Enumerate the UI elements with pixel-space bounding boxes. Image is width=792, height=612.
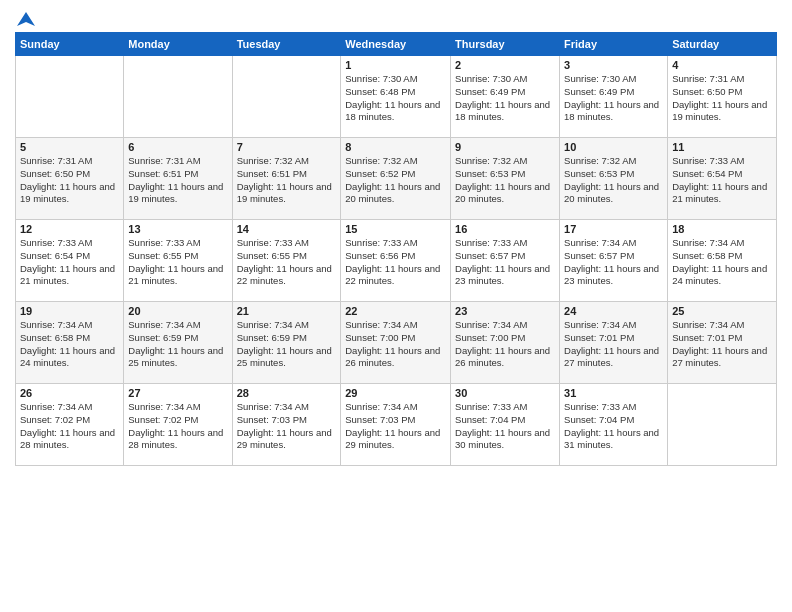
day-number: 12 [20, 223, 119, 235]
calendar-week-row: 12Sunrise: 7:33 AMSunset: 6:54 PMDayligh… [16, 220, 777, 302]
calendar-day-cell: 15Sunrise: 7:33 AMSunset: 6:56 PMDayligh… [341, 220, 451, 302]
day-number: 8 [345, 141, 446, 153]
day-info: Sunrise: 7:34 AMSunset: 6:59 PMDaylight:… [237, 319, 337, 370]
calendar-day-cell: 21Sunrise: 7:34 AMSunset: 6:59 PMDayligh… [232, 302, 341, 384]
day-info: Sunrise: 7:33 AMSunset: 6:55 PMDaylight:… [128, 237, 227, 288]
day-info: Sunrise: 7:34 AMSunset: 7:00 PMDaylight:… [345, 319, 446, 370]
day-number: 23 [455, 305, 555, 317]
calendar-day-cell: 26Sunrise: 7:34 AMSunset: 7:02 PMDayligh… [16, 384, 124, 466]
weekday-header-cell: Sunday [16, 33, 124, 56]
calendar-day-cell [232, 56, 341, 138]
day-info: Sunrise: 7:32 AMSunset: 6:52 PMDaylight:… [345, 155, 446, 206]
page: SundayMondayTuesdayWednesdayThursdayFrid… [0, 0, 792, 612]
day-info: Sunrise: 7:34 AMSunset: 7:01 PMDaylight:… [564, 319, 663, 370]
day-number: 13 [128, 223, 227, 235]
day-info: Sunrise: 7:33 AMSunset: 6:54 PMDaylight:… [672, 155, 772, 206]
day-number: 10 [564, 141, 663, 153]
day-number: 19 [20, 305, 119, 317]
day-number: 7 [237, 141, 337, 153]
day-info: Sunrise: 7:31 AMSunset: 6:51 PMDaylight:… [128, 155, 227, 206]
day-number: 15 [345, 223, 446, 235]
calendar-day-cell: 13Sunrise: 7:33 AMSunset: 6:55 PMDayligh… [124, 220, 232, 302]
day-info: Sunrise: 7:31 AMSunset: 6:50 PMDaylight:… [20, 155, 119, 206]
day-number: 31 [564, 387, 663, 399]
calendar-day-cell: 22Sunrise: 7:34 AMSunset: 7:00 PMDayligh… [341, 302, 451, 384]
day-number: 9 [455, 141, 555, 153]
day-number: 25 [672, 305, 772, 317]
day-number: 21 [237, 305, 337, 317]
calendar-body: 1Sunrise: 7:30 AMSunset: 6:48 PMDaylight… [16, 56, 777, 466]
calendar-day-cell [16, 56, 124, 138]
calendar-day-cell: 25Sunrise: 7:34 AMSunset: 7:01 PMDayligh… [668, 302, 777, 384]
calendar-day-cell: 31Sunrise: 7:33 AMSunset: 7:04 PMDayligh… [560, 384, 668, 466]
calendar-day-cell: 1Sunrise: 7:30 AMSunset: 6:48 PMDaylight… [341, 56, 451, 138]
day-number: 5 [20, 141, 119, 153]
day-number: 28 [237, 387, 337, 399]
day-number: 14 [237, 223, 337, 235]
day-info: Sunrise: 7:30 AMSunset: 6:48 PMDaylight:… [345, 73, 446, 124]
day-number: 1 [345, 59, 446, 71]
day-info: Sunrise: 7:33 AMSunset: 6:57 PMDaylight:… [455, 237, 555, 288]
calendar-day-cell: 2Sunrise: 7:30 AMSunset: 6:49 PMDaylight… [451, 56, 560, 138]
weekday-header-cell: Wednesday [341, 33, 451, 56]
day-number: 22 [345, 305, 446, 317]
calendar-day-cell: 30Sunrise: 7:33 AMSunset: 7:04 PMDayligh… [451, 384, 560, 466]
calendar-week-row: 19Sunrise: 7:34 AMSunset: 6:58 PMDayligh… [16, 302, 777, 384]
calendar-day-cell: 6Sunrise: 7:31 AMSunset: 6:51 PMDaylight… [124, 138, 232, 220]
weekday-header-row: SundayMondayTuesdayWednesdayThursdayFrid… [16, 33, 777, 56]
day-number: 3 [564, 59, 663, 71]
day-info: Sunrise: 7:33 AMSunset: 6:56 PMDaylight:… [345, 237, 446, 288]
day-info: Sunrise: 7:33 AMSunset: 6:54 PMDaylight:… [20, 237, 119, 288]
day-number: 26 [20, 387, 119, 399]
day-number: 24 [564, 305, 663, 317]
logo-bird-icon [17, 10, 35, 28]
calendar-day-cell: 18Sunrise: 7:34 AMSunset: 6:58 PMDayligh… [668, 220, 777, 302]
day-number: 4 [672, 59, 772, 71]
day-info: Sunrise: 7:33 AMSunset: 6:55 PMDaylight:… [237, 237, 337, 288]
day-info: Sunrise: 7:34 AMSunset: 6:59 PMDaylight:… [128, 319, 227, 370]
day-info: Sunrise: 7:34 AMSunset: 7:02 PMDaylight:… [20, 401, 119, 452]
day-info: Sunrise: 7:33 AMSunset: 7:04 PMDaylight:… [455, 401, 555, 452]
calendar-day-cell: 28Sunrise: 7:34 AMSunset: 7:03 PMDayligh… [232, 384, 341, 466]
svg-marker-0 [17, 12, 35, 26]
calendar-day-cell: 19Sunrise: 7:34 AMSunset: 6:58 PMDayligh… [16, 302, 124, 384]
day-info: Sunrise: 7:34 AMSunset: 6:58 PMDaylight:… [672, 237, 772, 288]
calendar-day-cell: 12Sunrise: 7:33 AMSunset: 6:54 PMDayligh… [16, 220, 124, 302]
day-number: 17 [564, 223, 663, 235]
calendar-day-cell: 9Sunrise: 7:32 AMSunset: 6:53 PMDaylight… [451, 138, 560, 220]
calendar-table: SundayMondayTuesdayWednesdayThursdayFrid… [15, 32, 777, 466]
day-info: Sunrise: 7:31 AMSunset: 6:50 PMDaylight:… [672, 73, 772, 124]
day-info: Sunrise: 7:34 AMSunset: 7:03 PMDaylight:… [345, 401, 446, 452]
calendar-day-cell [668, 384, 777, 466]
day-info: Sunrise: 7:34 AMSunset: 7:00 PMDaylight:… [455, 319, 555, 370]
day-info: Sunrise: 7:34 AMSunset: 7:01 PMDaylight:… [672, 319, 772, 370]
day-info: Sunrise: 7:32 AMSunset: 6:53 PMDaylight:… [564, 155, 663, 206]
day-info: Sunrise: 7:34 AMSunset: 6:57 PMDaylight:… [564, 237, 663, 288]
day-number: 27 [128, 387, 227, 399]
day-number: 6 [128, 141, 227, 153]
calendar-day-cell: 16Sunrise: 7:33 AMSunset: 6:57 PMDayligh… [451, 220, 560, 302]
calendar-day-cell [124, 56, 232, 138]
day-info: Sunrise: 7:33 AMSunset: 7:04 PMDaylight:… [564, 401, 663, 452]
day-number: 20 [128, 305, 227, 317]
day-number: 30 [455, 387, 555, 399]
weekday-header-cell: Monday [124, 33, 232, 56]
calendar-week-row: 1Sunrise: 7:30 AMSunset: 6:48 PMDaylight… [16, 56, 777, 138]
day-number: 18 [672, 223, 772, 235]
calendar-day-cell: 11Sunrise: 7:33 AMSunset: 6:54 PMDayligh… [668, 138, 777, 220]
calendar-day-cell: 27Sunrise: 7:34 AMSunset: 7:02 PMDayligh… [124, 384, 232, 466]
calendar-day-cell: 23Sunrise: 7:34 AMSunset: 7:00 PMDayligh… [451, 302, 560, 384]
header [15, 10, 777, 24]
calendar-week-row: 5Sunrise: 7:31 AMSunset: 6:50 PMDaylight… [16, 138, 777, 220]
day-info: Sunrise: 7:30 AMSunset: 6:49 PMDaylight:… [455, 73, 555, 124]
logo [15, 10, 35, 24]
calendar-day-cell: 20Sunrise: 7:34 AMSunset: 6:59 PMDayligh… [124, 302, 232, 384]
weekday-header-cell: Friday [560, 33, 668, 56]
day-info: Sunrise: 7:32 AMSunset: 6:51 PMDaylight:… [237, 155, 337, 206]
calendar-week-row: 26Sunrise: 7:34 AMSunset: 7:02 PMDayligh… [16, 384, 777, 466]
day-info: Sunrise: 7:32 AMSunset: 6:53 PMDaylight:… [455, 155, 555, 206]
day-number: 2 [455, 59, 555, 71]
calendar-day-cell: 7Sunrise: 7:32 AMSunset: 6:51 PMDaylight… [232, 138, 341, 220]
calendar-day-cell: 17Sunrise: 7:34 AMSunset: 6:57 PMDayligh… [560, 220, 668, 302]
day-number: 11 [672, 141, 772, 153]
